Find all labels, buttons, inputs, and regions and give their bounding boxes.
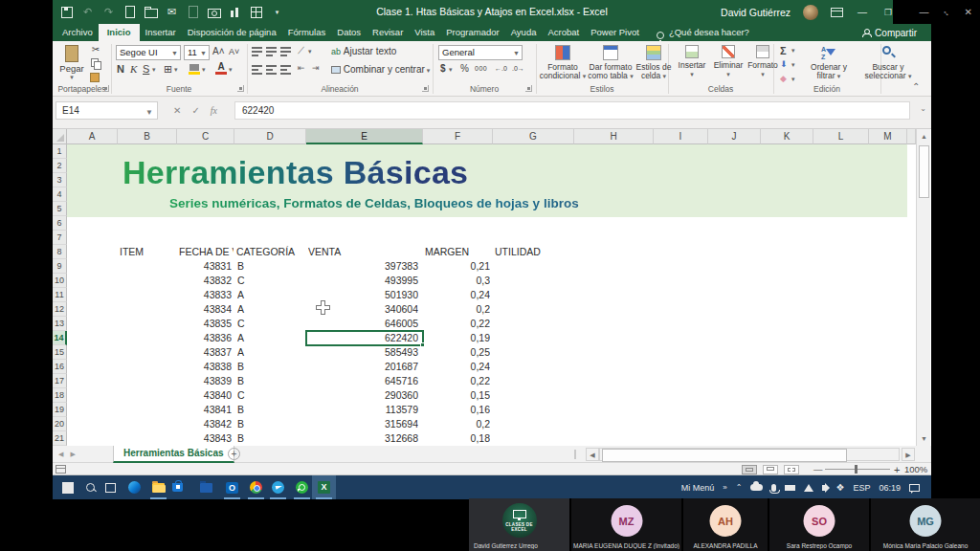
- dialog-launcher-alineacion[interactable]: [422, 85, 429, 92]
- tab-insertar[interactable]: Insertar: [140, 24, 182, 41]
- sort-filter-button[interactable]: AZOrdenar yfiltrar ▾: [801, 45, 857, 80]
- fill-handle[interactable]: [420, 342, 425, 347]
- sheet-grid[interactable]: ABCDEFGHIJKLM123456789101112131415161718…: [53, 129, 931, 446]
- align-left-icon[interactable]: [252, 65, 262, 75]
- page-layout-view-icon[interactable]: [763, 465, 778, 474]
- clear-icon[interactable]: ◆: [780, 74, 787, 83]
- dialog-launcher-numero[interactable]: [525, 85, 532, 92]
- dialog-launcher-portapapeles[interactable]: [102, 85, 109, 92]
- column-header-B[interactable]: B: [118, 129, 177, 144]
- align-top-icon[interactable]: [252, 47, 262, 56]
- align-middle-icon[interactable]: [266, 47, 277, 56]
- column-header-C[interactable]: C: [177, 129, 234, 144]
- format-painter-icon[interactable]: [90, 73, 100, 82]
- row-header-6[interactable]: 6: [53, 216, 67, 231]
- column-header-E[interactable]: E: [306, 129, 423, 144]
- expand-formula-bar-icon[interactable]: ⌄: [920, 104, 926, 113]
- font-name-combo[interactable]: Segoe UI▼: [116, 45, 181, 60]
- cancel-icon[interactable]: ✕: [173, 105, 181, 116]
- meeting-expand-icon[interactable]: ↔: [940, 6, 952, 18]
- column-header-J[interactable]: J: [708, 129, 761, 144]
- tab-inicio[interactable]: Inicio: [99, 24, 140, 41]
- tab-acrobat[interactable]: Acrobat: [542, 24, 585, 41]
- row-header-9[interactable]: 9: [53, 259, 67, 274]
- enter-icon[interactable]: ✓: [191, 105, 199, 116]
- tell-me-box[interactable]: ¿Qué desea hacer?: [657, 24, 749, 41]
- taskbar-task-view-button[interactable]: [99, 475, 122, 499]
- decrease-font-icon[interactable]: A˅: [229, 47, 239, 56]
- comma-icon[interactable]: 000: [475, 65, 487, 72]
- taskbar-excel-button[interactable]: X: [312, 475, 336, 499]
- increase-font-icon[interactable]: A˄: [212, 46, 225, 56]
- row-header-7[interactable]: 7: [53, 231, 67, 245]
- align-bottom-icon[interactable]: [280, 47, 291, 56]
- tab-f-rmulas[interactable]: Fórmulas: [282, 24, 332, 41]
- decrease-indent-icon[interactable]: ⇤: [298, 63, 305, 73]
- insert-function-icon[interactable]: fx: [211, 105, 217, 116]
- row-header-3[interactable]: 3: [53, 173, 67, 187]
- show-hidden-icons[interactable]: ⌃: [736, 483, 743, 492]
- tab-programador[interactable]: Programador: [440, 24, 504, 41]
- tab-vista[interactable]: Vista: [409, 24, 440, 41]
- clear-caret[interactable]: ▾: [791, 76, 795, 83]
- column-header-G[interactable]: G: [493, 129, 574, 144]
- border-caret[interactable]: ▾: [174, 66, 178, 74]
- column-header-L[interactable]: L: [813, 129, 869, 144]
- row-header-1[interactable]: 1: [53, 144, 67, 159]
- wifi-icon[interactable]: [804, 484, 813, 492]
- meeting-close-icon[interactable]: ✕: [965, 7, 972, 17]
- tray-chevrons-icon[interactable]: »: [723, 483, 726, 492]
- tab-datos[interactable]: Datos: [331, 24, 367, 41]
- copy-icon[interactable]: [91, 58, 99, 67]
- font-color-caret[interactable]: ▾: [229, 66, 233, 74]
- horizontal-scroll-thumb[interactable]: [602, 449, 847, 462]
- battery-icon[interactable]: [785, 485, 795, 491]
- increase-decimal-icon[interactable]: ←.0: [495, 65, 507, 72]
- language-indicator[interactable]: ESP: [853, 483, 870, 493]
- row-header-14[interactable]: 14: [53, 331, 67, 345]
- wrap-text-button[interactable]: ab Ajustar texto: [331, 46, 396, 56]
- collapse-ribbon-icon[interactable]: ⌃: [912, 81, 920, 92]
- row-header-5[interactable]: 5: [53, 202, 67, 216]
- row-header-13[interactable]: 13: [53, 317, 67, 331]
- zoom-slider[interactable]: [825, 469, 890, 470]
- zoom-out-icon[interactable]: —: [813, 464, 823, 474]
- number-format-combo[interactable]: General▼: [438, 45, 523, 60]
- dialog-launcher-fuente[interactable]: [237, 85, 244, 92]
- currency-caret[interactable]: ▾: [449, 66, 453, 74]
- fill-down-icon[interactable]: ⬇: [780, 59, 788, 69]
- selected-cell[interactable]: [305, 330, 424, 346]
- vertical-scroll-thumb[interactable]: [919, 145, 929, 198]
- font-size-combo[interactable]: 11▼: [184, 45, 210, 60]
- scroll-right-icon[interactable]: ▶: [902, 448, 915, 461]
- row-header-10[interactable]: 10: [53, 274, 67, 288]
- taskbar-mail-folder-button[interactable]: [194, 475, 218, 499]
- autosum-icon[interactable]: Σ: [780, 45, 787, 56]
- bold-button[interactable]: N: [117, 63, 124, 75]
- onedrive-icon[interactable]: [750, 484, 763, 491]
- align-center-icon[interactable]: [266, 65, 277, 75]
- tab-revisar[interactable]: Revisar: [367, 24, 409, 41]
- decrease-decimal-icon[interactable]: .0→: [512, 65, 524, 72]
- underline-caret[interactable]: ▾: [152, 66, 156, 74]
- orientation-caret[interactable]: ▾: [308, 48, 312, 55]
- row-header-17[interactable]: 17: [53, 374, 67, 388]
- dropbox-icon[interactable]: ❖: [835, 482, 844, 493]
- tab-ayuda[interactable]: Ayuda: [505, 24, 543, 41]
- row-header-8[interactable]: 8: [53, 245, 67, 259]
- notification-center-icon[interactable]: [909, 484, 920, 492]
- zoom-in-icon[interactable]: +: [894, 464, 900, 475]
- taskbar-edge-button[interactable]: [122, 475, 146, 499]
- microphone-icon[interactable]: [771, 484, 776, 492]
- row-header-11[interactable]: 11: [53, 288, 67, 302]
- tray-label[interactable]: Mi Menú: [681, 483, 715, 493]
- account-avatar[interactable]: [803, 5, 818, 20]
- zoom-level[interactable]: 100%: [904, 464, 927, 474]
- sheet-tab[interactable]: Herramientas Básicas: [113, 446, 234, 463]
- page-break-view-icon[interactable]: [784, 465, 799, 474]
- fill-caret2[interactable]: ▾: [791, 61, 795, 69]
- taskbar-outlook-button[interactable]: O: [220, 475, 244, 499]
- meeting-minimize-icon[interactable]: —: [920, 7, 929, 17]
- column-header-K[interactable]: K: [761, 129, 813, 144]
- border-icon[interactable]: ⊞: [164, 63, 172, 76]
